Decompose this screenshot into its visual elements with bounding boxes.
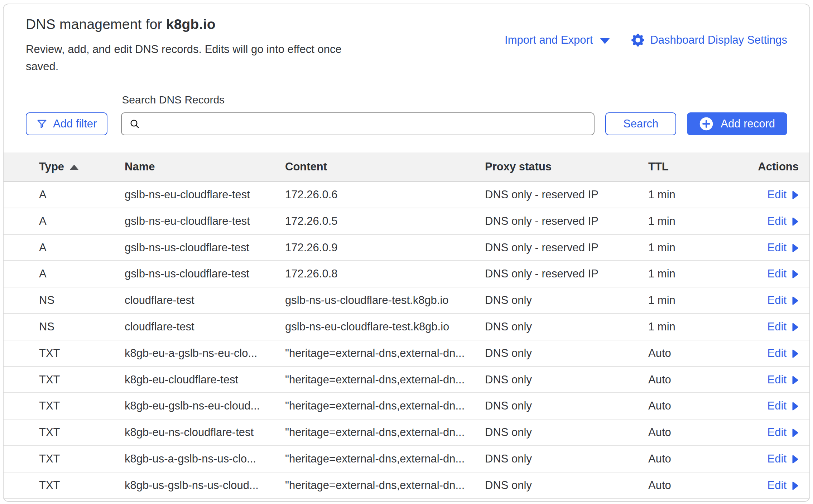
cell-content: "heritage=external-dns,external-dn... <box>285 373 485 386</box>
cell-content: "heritage=external-dns,external-dn... <box>285 399 485 412</box>
chevron-right-icon <box>792 270 799 279</box>
cell-proxy-status: DNS only <box>485 479 648 492</box>
cell-ttl: 1 min <box>648 215 756 228</box>
table-row: A gslb-ns-eu-cloudflare-test 172.26.0.6 … <box>4 182 809 208</box>
plus-circle-icon <box>699 117 713 131</box>
chevron-right-icon <box>792 402 799 411</box>
edit-record-button[interactable]: Edit <box>768 399 799 412</box>
edit-label: Edit <box>768 320 786 333</box>
column-header-ttl: TTL <box>648 160 756 173</box>
edit-record-button[interactable]: Edit <box>768 267 799 280</box>
cell-name: k8gb-eu-a-gslb-ns-eu-clo... <box>125 347 285 360</box>
table-row: A gslb-ns-eu-cloudflare-test 172.26.0.5 … <box>4 208 809 235</box>
chevron-right-icon <box>792 455 799 464</box>
cell-name: k8gb-eu-ns-cloudflare-test <box>125 426 285 439</box>
add-record-label: Add record <box>721 117 775 130</box>
edit-record-button[interactable]: Edit <box>768 320 799 333</box>
cell-content: "heritage=external-dns,external-dn... <box>285 426 485 439</box>
edit-label: Edit <box>768 188 786 201</box>
search-input[interactable] <box>121 112 595 135</box>
cell-type: A <box>39 241 125 254</box>
page-subtitle: Review, add, and edit DNS records. Edits… <box>26 41 361 75</box>
table-row: TXT k8gb-eu-a-gslb-ns-eu-clo... "heritag… <box>4 340 809 367</box>
import-export-dropdown[interactable]: Import and Export <box>505 34 610 47</box>
table-row: TXT k8gb-us-gslb-ns-us-cloud... "heritag… <box>4 472 809 499</box>
edit-record-button[interactable]: Edit <box>768 294 799 307</box>
add-filter-button[interactable]: Add filter <box>26 112 107 135</box>
chevron-right-icon <box>792 349 799 358</box>
search-field-group: Search DNS Records <box>121 94 595 135</box>
edit-label: Edit <box>768 399 786 412</box>
edit-label: Edit <box>768 241 786 254</box>
search-dns-records-label: Search DNS Records <box>122 94 595 106</box>
page-title-domain: k8gb.io <box>166 16 216 32</box>
dashboard-display-settings-link[interactable]: Dashboard Display Settings <box>631 34 787 47</box>
cell-type: TXT <box>39 452 125 465</box>
dns-controls-bar: Add filter Search DNS Records Search Add… <box>4 94 809 135</box>
edit-record-button[interactable]: Edit <box>768 347 799 360</box>
edit-record-button[interactable]: Edit <box>768 188 799 201</box>
cell-ttl: Auto <box>648 479 756 492</box>
column-header-proxy-status: Proxy status <box>485 160 648 173</box>
cell-actions: Edit <box>768 267 799 280</box>
cell-ttl: 1 min <box>648 294 756 307</box>
table-body: A gslb-ns-eu-cloudflare-test 172.26.0.6 … <box>4 182 809 499</box>
cell-ttl: 1 min <box>648 267 756 280</box>
edit-label: Edit <box>768 294 786 307</box>
table-row: TXT k8gb-eu-ns-cloudflare-test "heritage… <box>4 420 809 446</box>
page-header-left: DNS management for k8gb.io Review, add, … <box>26 16 361 75</box>
cell-name: k8gb-us-gslb-ns-us-cloud... <box>125 479 285 492</box>
edit-record-button[interactable]: Edit <box>768 479 799 492</box>
cell-actions: Edit <box>768 399 799 412</box>
edit-label: Edit <box>768 426 786 439</box>
column-header-actions: Actions <box>758 160 799 173</box>
cell-proxy-status: DNS only - reserved IP <box>485 267 648 280</box>
cell-content: 172.26.0.9 <box>285 241 485 254</box>
edit-record-button[interactable]: Edit <box>768 452 799 465</box>
dashboard-display-settings-label: Dashboard Display Settings <box>650 34 787 47</box>
edit-record-button[interactable]: Edit <box>768 426 799 439</box>
cell-type: NS <box>39 320 125 333</box>
edit-label: Edit <box>768 479 786 492</box>
edit-record-button[interactable]: Edit <box>768 241 799 254</box>
table-row: TXT k8gb-eu-gslb-ns-eu-cloud... "heritag… <box>4 393 809 420</box>
search-button[interactable]: Search <box>605 112 676 135</box>
edit-record-button[interactable]: Edit <box>768 215 799 228</box>
cell-name: gslb-ns-us-cloudflare-test <box>125 267 285 280</box>
cell-actions: Edit <box>768 426 799 439</box>
cell-proxy-status: DNS only <box>485 373 648 386</box>
cell-content: "heritage=external-dns,external-dn... <box>285 347 485 360</box>
cell-ttl: Auto <box>648 373 756 386</box>
column-header-content: Content <box>285 160 485 173</box>
cell-name: cloudflare-test <box>125 294 285 307</box>
add-filter-label: Add filter <box>53 117 97 130</box>
table-row: TXT k8gb-us-a-gslb-ns-us-clo... "heritag… <box>4 446 809 472</box>
cell-content: "heritage=external-dns,external-dn... <box>285 452 485 465</box>
cell-name: k8gb-us-a-gslb-ns-us-clo... <box>125 452 285 465</box>
edit-label: Edit <box>768 215 786 228</box>
cell-ttl: Auto <box>648 426 756 439</box>
chevron-down-icon <box>600 38 610 44</box>
cell-actions: Edit <box>768 241 799 254</box>
cell-proxy-status: DNS only <box>485 320 648 333</box>
page-title-prefix: DNS management for <box>26 16 166 32</box>
table-header-row: Type Name Content Proxy status TTL Actio… <box>4 152 809 182</box>
column-header-type[interactable]: Type <box>39 160 125 173</box>
edit-record-button[interactable]: Edit <box>768 373 799 386</box>
chevron-right-icon <box>792 481 799 490</box>
cell-proxy-status: DNS only <box>485 452 648 465</box>
table-row: NS cloudflare-test gslb-ns-us-cloudflare… <box>4 287 809 314</box>
cell-ttl: 1 min <box>648 320 756 333</box>
add-record-button[interactable]: Add record <box>687 112 787 135</box>
chevron-right-icon <box>792 323 799 332</box>
edit-label: Edit <box>768 267 786 280</box>
cell-content: 172.26.0.6 <box>285 188 485 201</box>
page-header-links: Import and Export Dashboard Display Sett… <box>505 32 787 48</box>
page-title: DNS management for k8gb.io <box>26 16 361 32</box>
cell-type: TXT <box>39 373 125 386</box>
cell-name: gslb-ns-eu-cloudflare-test <box>125 215 285 228</box>
cell-ttl: 1 min <box>648 241 756 254</box>
import-export-label: Import and Export <box>505 34 593 47</box>
cell-ttl: Auto <box>648 452 756 465</box>
cell-name: gslb-ns-eu-cloudflare-test <box>125 188 285 201</box>
